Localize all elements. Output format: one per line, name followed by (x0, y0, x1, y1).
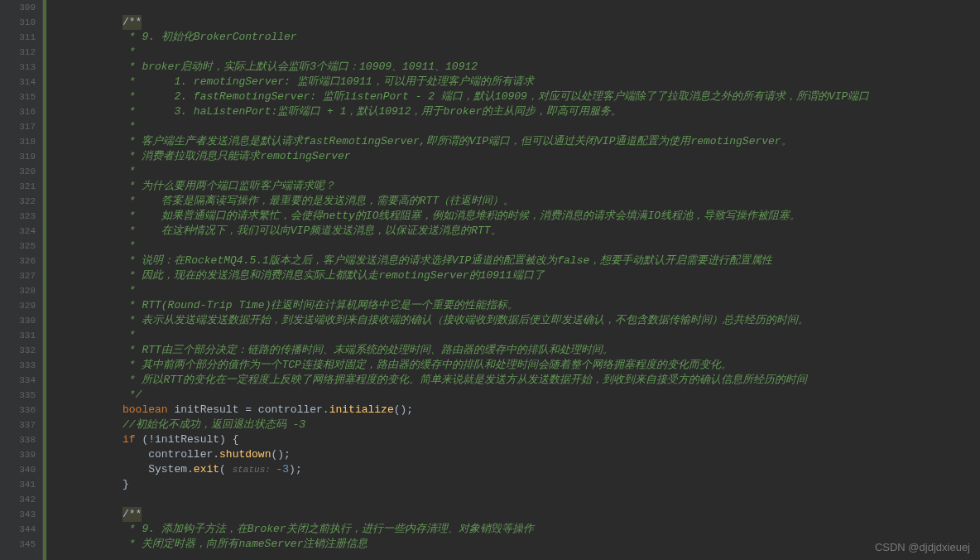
code-token: -3 (276, 463, 289, 476)
code-editor[interactable]: 3093103113123133143153163173183193203213… (0, 0, 980, 560)
code-line[interactable]: * 如果普通端口的请求繁忙，会使得netty的IO线程阻塞，例如消息堆积的时候，… (58, 209, 980, 224)
code-content-area[interactable]: /** * 9. 初始化BrokerController * * broker启… (58, 0, 980, 560)
line-number: 313 (0, 60, 36, 75)
line-number: 343 (0, 507, 36, 522)
code-token: * 说明：在RocketMQ4.5.1版本之后，客户端发送消息的请求选择VIP通… (122, 254, 772, 267)
line-number: 330 (0, 313, 36, 328)
code-token: * 所以RTT的变化在一定程度上反映了网络拥塞程度的变化。简单来说就是发送方从发… (122, 374, 807, 386)
line-number: 317 (0, 119, 36, 134)
line-number: 319 (0, 149, 36, 164)
code-token: * 在这种情况下，我们可以向VIP频道发送消息，以保证发送消息的RTT。 (122, 224, 502, 237)
line-number: 342 (0, 492, 36, 507)
code-line[interactable] (58, 492, 980, 507)
code-line[interactable]: } (58, 477, 980, 492)
code-token: * 9. 添加钩子方法，在Broker关闭之前执行，进行一些内存清理、对象销毁等… (122, 523, 534, 535)
code-token: * 3. haListenPort:监听端口 + 1，默认10912，用于bro… (122, 105, 622, 118)
code-token: status: (233, 465, 276, 475)
line-number: 331 (0, 328, 36, 343)
line-number: 344 (0, 522, 36, 537)
line-number: 332 (0, 343, 36, 358)
code-line[interactable]: * (58, 164, 980, 179)
code-line[interactable]: * (58, 45, 980, 60)
line-number: 337 (0, 418, 36, 432)
code-token: * (122, 284, 136, 297)
code-token: (); (394, 403, 413, 416)
code-line[interactable]: * 答案是隔离读写操作，最重要的是发送消息，需要高的RTT（往返时间）。 (58, 194, 980, 209)
line-number: 316 (0, 104, 36, 119)
code-token: * (122, 120, 136, 133)
code-line[interactable]: * 说明：在RocketMQ4.5.1版本之后，客户端发送消息的请求选择VIP通… (58, 253, 980, 268)
line-number: 310 (0, 15, 36, 30)
code-token: * 其中前两个部分的值作为一个TCP连接相对固定，路由器的缓存中的排队和处理时间… (122, 359, 732, 371)
gutter-indicators (43, 0, 58, 560)
code-line[interactable]: * 3. haListenPort:监听端口 + 1，默认10912，用于bro… (58, 104, 980, 119)
line-number: 329 (0, 298, 36, 313)
code-line[interactable]: * 1. remotingServer: 监听端口10911，可以用于处理客户端… (58, 75, 980, 89)
vcs-change-marker (43, 0, 46, 560)
code-line[interactable]: if (!initResult) { (58, 432, 980, 447)
code-token: (!initResult) { (136, 433, 239, 446)
code-token: * RTT由三个部分决定：链路的传播时间、末端系统的处理时间、路由器的缓存中的排… (122, 344, 613, 356)
code-token: (); (271, 448, 290, 461)
code-line[interactable]: * 因此，现在的发送消息和消费消息实际上都默认走remotingServer的1… (58, 268, 980, 283)
code-token: * (122, 46, 136, 58)
code-token: * 客户端生产者发送消息是默认请求fastRemotingServer,即所谓的… (122, 135, 792, 147)
code-line[interactable]: * 所以RTT的变化在一定程度上反映了网络拥塞程度的变化。简单来说就是发送方从发… (58, 373, 980, 388)
code-line[interactable]: boolean initResult = controller.initiali… (58, 403, 980, 418)
code-line[interactable] (58, 0, 980, 15)
code-token: * 2. fastRemotingServer: 监听listenPort - … (122, 90, 869, 103)
code-line[interactable]: System.exit( status: -3); (58, 462, 980, 477)
code-token: * 消费者拉取消息只能请求remotingServer (122, 150, 351, 162)
line-number: 333 (0, 358, 36, 373)
line-number: 315 (0, 89, 36, 104)
code-line[interactable]: * 9. 初始化BrokerController (58, 30, 980, 45)
code-line[interactable]: * 其中前两个部分的值作为一个TCP连接相对固定，路由器的缓存中的排队和处理时间… (58, 358, 980, 373)
line-number: 340 (0, 462, 36, 477)
code-token: * 关闭定时器，向所有nameServer注销注册信息 (122, 538, 368, 550)
code-token: ( (219, 463, 233, 476)
code-token: } (122, 478, 129, 490)
code-line[interactable]: * 为什么要用两个端口监听客户端请求呢？ (58, 179, 980, 194)
code-line[interactable]: * broker启动时，实际上默认会监听3个端口：10909、10911、109… (58, 60, 980, 75)
code-line[interactable]: * 9. 添加钩子方法，在Broker关闭之前执行，进行一些内存清理、对象销毁等… (58, 522, 980, 537)
line-number: 341 (0, 477, 36, 492)
code-token: /** (122, 507, 142, 522)
code-line[interactable]: * 消费者拉取消息只能请求remotingServer (58, 149, 980, 164)
code-line[interactable]: * 表示从发送端发送数据开始，到发送端收到来自接收端的确认（接收端收到数据后便立… (58, 313, 980, 328)
line-number: 321 (0, 179, 36, 194)
code-line[interactable]: * (58, 119, 980, 134)
code-token: ); (289, 463, 302, 476)
code-line[interactable]: * 在这种情况下，我们可以向VIP频道发送消息，以保证发送消息的RTT。 (58, 224, 980, 239)
line-number: 320 (0, 164, 36, 179)
code-line[interactable]: * RTT由三个部分决定：链路的传播时间、末端系统的处理时间、路由器的缓存中的排… (58, 343, 980, 358)
code-line[interactable]: * 关闭定时器，向所有nameServer注销注册信息 (58, 537, 980, 552)
code-line[interactable]: */ (58, 388, 980, 403)
code-line[interactable]: //初始化不成功，返回退出状态码 -3 (58, 418, 980, 432)
line-number: 311 (0, 30, 36, 45)
code-token: exit (194, 463, 219, 476)
line-number-gutter: 3093103113123133143153163173183193203213… (0, 0, 43, 560)
code-line[interactable]: /** (58, 507, 980, 522)
code-line[interactable]: controller.shutdown(); (58, 447, 980, 462)
code-line[interactable]: /** (58, 15, 980, 30)
code-token: * 为什么要用两个端口监听客户端请求呢？ (122, 180, 335, 192)
code-line[interactable]: * (58, 328, 980, 343)
line-number: 323 (0, 209, 36, 224)
code-token: * (122, 165, 136, 177)
line-number: 327 (0, 268, 36, 283)
watermark-text: CSDN @djdjdxieuej (875, 541, 970, 553)
code-line[interactable]: * (58, 283, 980, 298)
line-number: 335 (0, 388, 36, 403)
code-token: System. (148, 463, 194, 476)
line-number: 314 (0, 75, 36, 89)
code-token: initResult = controller. (168, 403, 329, 416)
line-number: 336 (0, 403, 36, 418)
code-token: initialize (329, 403, 394, 416)
line-number: 326 (0, 253, 36, 268)
code-line[interactable]: * RTT(Round-Trip Time)往返时间在计算机网络中它是一个重要的… (58, 298, 980, 313)
code-line[interactable]: * (58, 239, 980, 253)
code-line[interactable]: * 2. fastRemotingServer: 监听listenPort - … (58, 89, 980, 104)
code-token: * 9. 初始化BrokerController (122, 31, 297, 43)
code-line[interactable]: * 客户端生产者发送消息是默认请求fastRemotingServer,即所谓的… (58, 134, 980, 149)
code-token: * (122, 239, 136, 252)
